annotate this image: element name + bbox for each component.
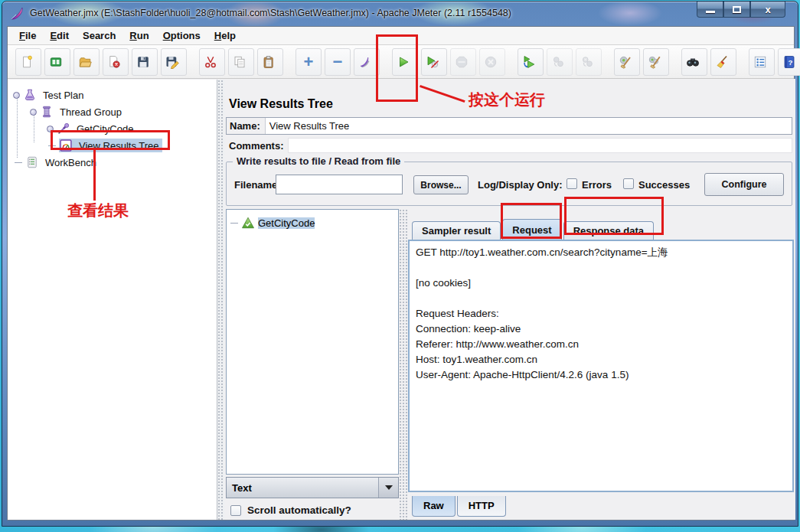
scroll-automatically-checkbox[interactable] [230,505,241,516]
copy-icon [233,55,247,69]
remote-start-all-button[interactable] [518,48,544,76]
chevron-down-icon [385,485,393,490]
split-pane-divider[interactable] [217,80,224,520]
minimize-button[interactable] [697,2,723,18]
save-icon [136,55,150,69]
tab-response-data[interactable]: Response data [563,221,654,240]
comments-input[interactable] [288,138,792,153]
tree-item-getcitycode[interactable]: GetCityCode [47,121,136,136]
remote-shutdown-all-icon [580,55,594,69]
name-input[interactable]: View Results Tree [266,120,350,132]
cut-button[interactable] [199,48,225,76]
paste-button[interactable] [257,48,283,76]
shutdown-icon [484,55,498,69]
menu-edit[interactable]: Edit [43,28,76,44]
workbench-icon [25,155,39,169]
view-as-value: Text [227,482,378,494]
start-button[interactable] [392,48,418,76]
search-reset-button[interactable] [710,48,736,76]
menu-run[interactable]: Run [122,28,155,44]
log-display-label: Log/Display Only: [478,179,563,191]
successes-checkbox[interactable] [623,178,634,189]
test-plan-icon [23,88,37,102]
open-button[interactable] [73,48,100,76]
result-tabs: Sampler result Request Response data [412,219,655,240]
expand-knob-icon[interactable] [30,109,37,116]
result-detail-panel: Sampler result Request Response data GET… [407,209,795,520]
add-button[interactable]: + [296,48,322,76]
expand-knob-icon[interactable] [47,126,54,132]
scroll-automatically-row: Scroll automatically? [230,504,351,516]
feather-pen-button[interactable] [354,48,380,76]
group-legend: Write results to file / Read from file [233,155,404,167]
configure-button[interactable]: Configure [704,173,784,196]
errors-checkbox[interactable] [567,178,577,189]
tab-raw[interactable]: Raw [412,496,456,517]
name-row: Name: View Results Tree [226,117,792,135]
expand-knob-icon[interactable] [13,92,20,99]
request-text-area[interactable]: GET http://toy1.weather.com.cn/search?ci… [408,240,794,492]
open-folder-icon [78,55,92,69]
title-bar[interactable]: GetWeather.jmx (E:\StashFolder\huoli_28@… [2,2,798,25]
new-file-button[interactable] [15,48,41,76]
toolbar: + − [8,45,794,79]
clear-all-button[interactable] [643,48,669,76]
menu-search[interactable]: Search [76,28,122,44]
dropdown-arrow-button[interactable] [378,478,398,498]
test-plan-tree: Test Plan Thread Group GetCityCode [8,80,217,520]
clear-all-icon [648,55,661,69]
remote-stop-all-icon [551,55,565,69]
menu-options[interactable]: Options [156,28,207,44]
tree-item-label: Test Plan [40,89,87,102]
tree-item-workbench[interactable]: WorkBench [15,155,100,170]
comments-label: Comments: [226,140,284,152]
help-button[interactable]: ? [778,48,800,76]
function-helper-icon [753,55,767,69]
minimize-icon [706,11,715,13]
menu-bar: File Edit Search Run Options Help [8,27,794,45]
close-button[interactable]: x [750,2,785,18]
tree-item-label: WorkBench [42,156,100,169]
sample-label: GetCityCode [258,217,315,229]
app-area: File Edit Search Run Options Help [7,26,795,521]
save-button[interactable] [132,48,158,76]
stop-button [450,48,476,76]
start-no-timers-button[interactable] [421,48,447,76]
desktop: GetWeather.jmx (E:\StashFolder\huoli_28@… [0,0,800,532]
tree-item-test-plan[interactable]: Test Plan [13,87,87,103]
clear-button[interactable] [614,48,640,76]
open-template-button[interactable] [44,48,70,76]
tree-item-label: View Results Tree [76,139,162,152]
tab-http[interactable]: HTTP [457,496,506,517]
view-as-dropdown[interactable]: Text [226,477,399,498]
errors-label: Errors [582,179,612,191]
maximize-button[interactable] [723,2,750,18]
menu-help[interactable]: Help [207,28,243,44]
tab-request[interactable]: Request [502,219,561,240]
scroll-automatically-label: Scroll automatically? [247,504,351,516]
search-binoculars-icon [686,55,700,69]
successes-label: Successes [638,179,690,191]
results-split-divider[interactable] [399,209,407,520]
close-file-button[interactable] [103,48,129,76]
shutdown-button [479,48,505,76]
menu-file[interactable]: File [12,28,43,44]
tab-sampler-result[interactable]: Sampler result [412,221,501,240]
start-icon [397,55,410,69]
filename-input[interactable] [276,175,403,194]
remote-shutdown-all-button [576,48,602,76]
help-icon: ? [782,55,796,69]
save-as-button[interactable] [161,48,187,76]
template-icon [49,55,63,69]
tree-item-view-results-tree[interactable]: View Results Tree [48,138,162,153]
remove-button[interactable]: − [325,48,351,76]
tree-item-thread-group[interactable]: Thread Group [30,104,125,119]
function-helper-button[interactable] [749,48,775,76]
thread-group-icon [40,105,54,119]
copy-button[interactable] [228,48,254,76]
remote-start-all-icon [522,55,536,69]
search-button[interactable] [681,48,707,76]
sample-getcitycode[interactable]: GetCityCode [230,215,315,230]
jmeter-window: GetWeather.jmx (E:\StashFolder\huoli_28@… [2,1,798,527]
browse-button[interactable]: Browse... [413,175,469,194]
